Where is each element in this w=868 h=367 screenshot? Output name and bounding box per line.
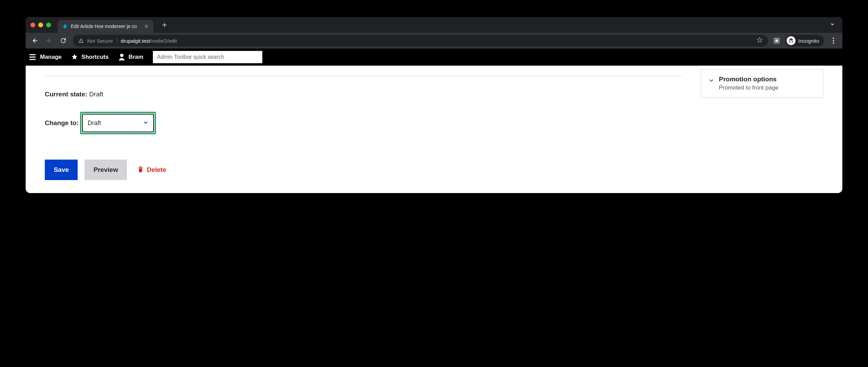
accordion-content: Promotion options Promoted to front page bbox=[719, 76, 815, 91]
url-field[interactable]: Not Secure drupalgit.test/node/2/edit bbox=[73, 35, 768, 46]
svg-point-3 bbox=[833, 40, 834, 41]
admin-search-input[interactable] bbox=[153, 51, 262, 63]
main-content: Current state: Draft Change to: Draft Sa… bbox=[26, 66, 701, 193]
change-to-label: Change to: bbox=[45, 119, 79, 127]
delete-link[interactable]: Delete bbox=[138, 166, 166, 174]
save-button[interactable]: Save bbox=[45, 160, 78, 180]
user-icon bbox=[118, 53, 125, 61]
select-value: Draft bbox=[88, 120, 101, 127]
change-to-row: Change to: Draft bbox=[45, 112, 682, 134]
browser-tab[interactable]: Edit Article Hoe modereer je co bbox=[58, 20, 154, 33]
moderation-state-select-focus-ring: Draft bbox=[80, 112, 156, 134]
action-buttons: Save Preview Delete bbox=[45, 160, 682, 180]
chevron-down-icon bbox=[143, 120, 148, 126]
shortcuts-menu[interactable]: Shortcuts bbox=[71, 54, 108, 60]
incognito-label: Incognito bbox=[798, 38, 819, 44]
drupal-favicon-icon bbox=[62, 23, 68, 29]
new-tab-button[interactable] bbox=[160, 20, 169, 30]
url-text: drupalgit.test/node/2/edit bbox=[121, 38, 177, 44]
delete-label: Delete bbox=[147, 166, 166, 174]
current-state-row: Current state: Draft bbox=[45, 91, 682, 98]
svg-point-4 bbox=[833, 42, 834, 44]
browser-menu-icon[interactable] bbox=[829, 38, 838, 44]
user-label: Bram bbox=[129, 54, 143, 60]
divider bbox=[45, 76, 682, 76]
incognito-icon bbox=[787, 36, 795, 45]
window-maximize-button[interactable] bbox=[46, 23, 51, 27]
traffic-lights bbox=[30, 23, 51, 27]
extensions-icon[interactable] bbox=[773, 37, 780, 44]
not-secure-icon bbox=[78, 38, 84, 43]
tabs-dropdown-icon[interactable] bbox=[827, 22, 838, 28]
svg-rect-1 bbox=[775, 39, 778, 42]
sidebar: Promotion options Promoted to front page bbox=[701, 66, 842, 193]
promotion-summary: Promoted to front page bbox=[719, 84, 815, 91]
security-label: Not Secure bbox=[87, 38, 117, 44]
chevron-down-icon bbox=[709, 78, 714, 84]
current-state-label: Current state: bbox=[45, 91, 88, 98]
moderation-state-select[interactable]: Draft bbox=[82, 114, 154, 132]
star-icon bbox=[71, 54, 78, 60]
svg-point-2 bbox=[833, 38, 834, 39]
reload-button[interactable] bbox=[58, 36, 68, 45]
bookmark-icon[interactable] bbox=[757, 37, 763, 44]
window-minimize-button[interactable] bbox=[38, 23, 43, 27]
manage-label: Manage bbox=[40, 54, 62, 60]
window-close-button[interactable] bbox=[30, 23, 35, 27]
tab-close-icon[interactable] bbox=[143, 23, 149, 29]
shortcuts-label: Shortcuts bbox=[81, 54, 108, 60]
browser-window: Edit Article Hoe modereer je co Not Secu… bbox=[26, 17, 842, 193]
hamburger-icon bbox=[28, 53, 37, 61]
trash-icon bbox=[138, 166, 143, 174]
current-state-value: Draft bbox=[89, 91, 103, 98]
forward-button[interactable] bbox=[44, 36, 54, 45]
content-area: Current state: Draft Change to: Draft Sa… bbox=[26, 66, 842, 193]
admin-toolbar: Manage Shortcuts Bram bbox=[26, 49, 842, 66]
back-button[interactable] bbox=[30, 36, 39, 45]
tab-title: Edit Article Hoe modereer je co bbox=[71, 24, 141, 29]
tab-bar: Edit Article Hoe modereer je co bbox=[26, 17, 842, 33]
preview-button[interactable]: Preview bbox=[84, 160, 127, 180]
user-menu[interactable]: Bram bbox=[118, 53, 143, 61]
address-bar: Not Secure drupalgit.test/node/2/edit In… bbox=[26, 33, 842, 49]
manage-menu[interactable]: Manage bbox=[28, 53, 62, 61]
promotion-title: Promotion options bbox=[719, 76, 815, 83]
promotion-options-accordion[interactable]: Promotion options Promoted to front page bbox=[701, 69, 823, 98]
incognito-badge[interactable]: Incognito bbox=[785, 35, 824, 46]
